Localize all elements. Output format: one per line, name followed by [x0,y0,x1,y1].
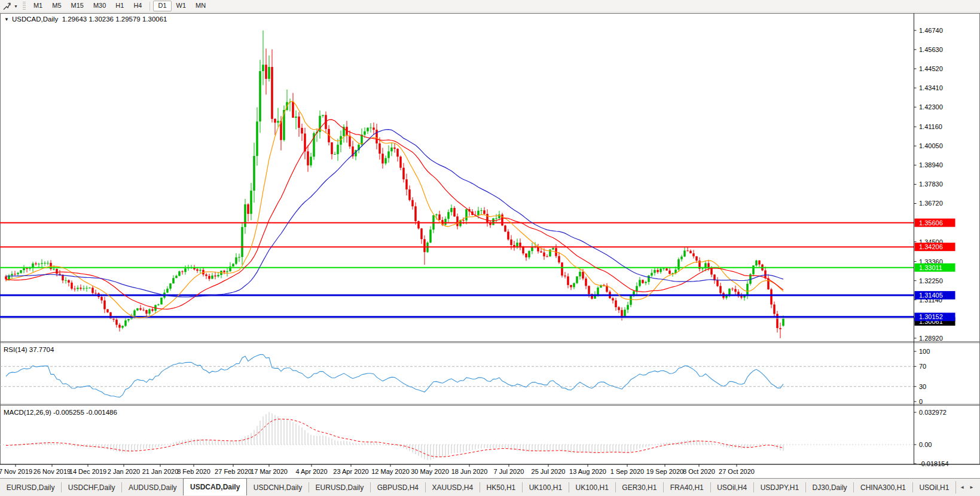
timeframe-button-m30[interactable]: M30 [88,1,111,11]
svg-text:100: 100 [919,348,930,355]
svg-text:70: 70 [919,363,926,370]
symbol-tab-uk100-h1[interactable]: UK100,H1 [569,479,615,496]
svg-text:1.35606: 1.35606 [919,219,943,226]
chart-collapse-caret-icon[interactable]: ▼ [4,17,9,22]
svg-text:1.44520: 1.44520 [919,65,943,72]
toolbar: ▼ M1M5M15M30H1H4D1W1MN [0,0,980,13]
symbol-tab-china300-h1[interactable]: CHINA300,H1 [854,479,912,496]
svg-text:1.34206: 1.34206 [919,243,943,250]
svg-text:1.36720: 1.36720 [919,200,943,207]
svg-text:17 Mar 2020: 17 Mar 2020 [251,468,288,475]
symbol-tab-usoil-h1[interactable]: USOil,H1 [913,479,955,496]
panel-frames [0,14,980,465]
svg-text:8 Oct 2020: 8 Oct 2020 [683,468,715,475]
rsi-indicator-label: RSI(14) 37.7704 [4,346,54,353]
symbol-tab-eurusd-daily[interactable]: EURUSD,Daily [0,479,61,496]
symbol-tab-ger30-h1[interactable]: GER30,H1 [616,479,663,496]
symbol-tab-usoil-h4[interactable]: USOil,H4 [711,479,753,496]
svg-text:19 Sep 2020: 19 Sep 2020 [646,468,683,475]
svg-text:0.00: 0.00 [919,441,932,448]
svg-text:1.37830: 1.37830 [919,180,943,188]
svg-text:7 Jul 2020: 7 Jul 2020 [494,468,524,475]
timeframe-button-w1[interactable]: W1 [172,1,191,11]
timeframe-button-m1[interactable]: M1 [29,1,47,11]
toolbar-divider [149,2,150,11]
tab-scrollers: ◄► [955,481,980,494]
timeframe-button-m5[interactable]: M5 [47,1,66,11]
symbol-tab-gbpusd-h4[interactable]: GBPUSD,H4 [371,479,425,496]
svg-text:1.32250: 1.32250 [919,277,943,284]
chart-title: ▼ USDCAD,Daily 1.29643 1.30236 1.29579 1… [4,16,167,23]
tab-scroll-right-icon[interactable]: ► [969,485,974,490]
symbol-tab-eurusd-daily[interactable]: EURUSD,Daily [309,479,370,496]
svg-text:1.40050: 1.40050 [919,142,943,149]
svg-text:26 Nov 2019: 26 Nov 2019 [33,468,71,475]
symbol-tab-usdjpy-h1[interactable]: USDJPY,H1 [754,479,805,496]
symbol-tab-uk100-h1[interactable]: UK100,H1 [523,479,569,496]
symbol-tab-hk50-h1[interactable]: HK50,H1 [480,479,522,496]
timeframe-button-h4[interactable]: H4 [129,1,146,11]
macd-indicator-label: MACD(12,26,9) -0.005255 -0.001486 [4,409,117,416]
symbol-tab-audusd-daily[interactable]: AUDUSD,Daily [122,479,183,496]
symbol-tab-dj30-daily[interactable]: DJ30,Daily [806,479,853,496]
svg-text:1 Sep 2020: 1 Sep 2020 [610,468,644,475]
tab-scroll-left-icon[interactable]: ◄ [960,485,964,490]
svg-text:2 Jan 2020: 2 Jan 2020 [108,468,140,475]
symbol-tab-fra40-h1[interactable]: FRA40,H1 [664,479,710,496]
symbol-tab-usdcnh-daily[interactable]: USDCNH,Daily [247,479,309,496]
svg-text:1.45630: 1.45630 [919,46,943,53]
svg-text:1.28920: 1.28920 [919,335,943,342]
svg-text:8 Feb 2020: 8 Feb 2020 [177,468,210,475]
svg-text:-0.018154: -0.018154 [919,460,949,467]
symbol-tab-xauusd-h4[interactable]: XAUUSD,H4 [426,479,480,496]
symbol-tab-usdchf-daily[interactable]: USDCHF,Daily [62,479,121,496]
timeframe-button-mn[interactable]: MN [191,1,210,11]
svg-text:13 Aug 2020: 13 Aug 2020 [569,468,606,475]
svg-text:1.30152: 1.30152 [919,313,943,320]
svg-text:1.33011: 1.33011 [919,264,942,271]
svg-text:1.43410: 1.43410 [919,84,943,91]
svg-text:0: 0 [919,398,923,405]
svg-text:14 Dec 2019: 14 Dec 2019 [69,468,106,475]
svg-text:30: 30 [919,383,926,390]
svg-text:0.032972: 0.032972 [919,409,947,416]
toolbar-grip-handle[interactable] [23,2,26,10]
date-axis: 7 Nov 201926 Nov 201914 Dec 20192 Jan 20… [0,464,980,475]
tool-dropdown-caret-icon[interactable]: ▼ [12,4,20,8]
svg-text:30 May 2020: 30 May 2020 [411,468,449,475]
timeframe-buttons: M1M5M15M30H1H4D1W1MN [29,1,210,11]
svg-text:25 Jul 2020: 25 Jul 2020 [532,468,566,475]
svg-text:23 Apr 2020: 23 Apr 2020 [333,468,368,475]
timeframe-button-m15[interactable]: M15 [66,1,88,11]
cursor-tool-icon[interactable] [2,1,11,11]
trading-terminal-window: ▼ M1M5M15M30H1H4D1W1MN 1.467401.456301.4… [0,0,980,496]
svg-text:21 Jan 2020: 21 Jan 2020 [142,468,179,475]
svg-text:1.38940: 1.38940 [919,161,943,169]
svg-text:1.41160: 1.41160 [919,123,942,130]
timeframe-button-d1[interactable]: D1 [153,1,171,11]
chart-canvas[interactable]: 1.467401.456301.445201.434101.423001.411… [0,13,980,478]
svg-text:4 Apr 2020: 4 Apr 2020 [295,468,327,475]
chart-title-text: USDCAD,Daily 1.29643 1.30236 1.29579 1.3… [12,16,167,23]
svg-text:27 Feb 2020: 27 Feb 2020 [215,468,252,475]
svg-text:1.46740: 1.46740 [919,27,943,34]
symbol-tabbar: EURUSD,DailyUSDCHF,DailyAUDUSD,DailyUSDC… [0,478,980,496]
svg-text:12 May 2020: 12 May 2020 [371,468,410,475]
svg-text:18 Jun 2020: 18 Jun 2020 [451,468,488,475]
svg-text:27 Oct 2020: 27 Oct 2020 [719,468,755,475]
timeframe-button-h1[interactable]: H1 [111,1,129,11]
svg-text:1.42300: 1.42300 [919,103,943,111]
svg-text:1.31405: 1.31405 [919,292,943,299]
svg-text:7 Nov 2019: 7 Nov 2019 [0,468,32,475]
symbol-tab-usdcad-daily[interactable]: USDCAD,Daily [183,478,247,495]
